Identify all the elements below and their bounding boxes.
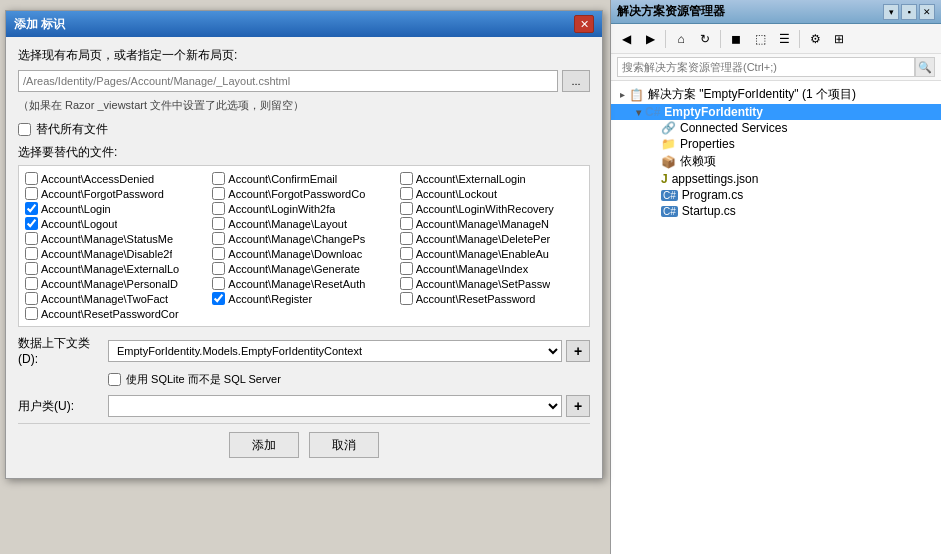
dialog-body: 选择现有布局页，或者指定一个新布局页: ... （如果在 Razor _view… <box>6 37 602 478</box>
file-checkbox[interactable] <box>25 292 38 305</box>
file-checkbox[interactable] <box>212 172 225 185</box>
file-checkbox[interactable] <box>212 262 225 275</box>
file-checkbox[interactable] <box>400 277 413 290</box>
file-checkbox[interactable] <box>400 187 413 200</box>
user-class-plus-button[interactable]: + <box>566 395 590 417</box>
nav3-icon[interactable]: ☰ <box>773 28 795 50</box>
file-checkbox[interactable] <box>212 232 225 245</box>
file-checkbox[interactable] <box>400 232 413 245</box>
file-item: Account\Lockout <box>400 187 583 200</box>
file-checkbox[interactable] <box>25 247 38 260</box>
file-label: Account\Manage\ManageN <box>416 218 549 230</box>
user-class-select[interactable] <box>108 395 562 417</box>
file-checkbox[interactable] <box>400 262 413 275</box>
file-item: Account\ConfirmEmail <box>212 172 395 185</box>
tree-item[interactable]: 🔗Connected Services <box>611 120 941 136</box>
settings-icon[interactable]: ⚙ <box>804 28 826 50</box>
add-button[interactable]: 添加 <box>229 432 299 458</box>
tree-expander-icon: ▾ <box>631 107 645 118</box>
file-checkbox[interactable] <box>25 277 38 290</box>
file-checkbox[interactable] <box>212 247 225 260</box>
file-checkbox[interactable] <box>25 307 38 320</box>
cs-icon: C# <box>661 188 678 202</box>
tree-item[interactable]: C#Program.cs <box>611 187 941 203</box>
back-icon[interactable]: ◀ <box>615 28 637 50</box>
file-checkbox[interactable] <box>212 202 225 215</box>
tree-item[interactable]: 📁Properties <box>611 136 941 152</box>
file-checkbox[interactable] <box>212 277 225 290</box>
dialog-overlay: 添加 标识 ✕ 选择现有布局页，或者指定一个新布局页: ... （如果在 Raz… <box>0 0 610 554</box>
file-item: Account\LoginWithRecovery <box>400 202 583 215</box>
file-label: Account\Manage\Downloac <box>228 248 362 260</box>
home-icon[interactable]: ⌂ <box>670 28 692 50</box>
hint-text: （如果在 Razor _viewstart 文件中设置了此选项，则留空） <box>18 98 590 113</box>
file-item: Account\AccessDenied <box>25 172 208 185</box>
file-label: Account\Manage\Layout <box>228 218 347 230</box>
browse-button[interactable]: ... <box>562 70 590 92</box>
file-label: Account\Manage\DeletePer <box>416 233 551 245</box>
cancel-button[interactable]: 取消 <box>309 432 379 458</box>
dialog-close-button[interactable]: ✕ <box>574 15 594 33</box>
search-bar: 🔍 <box>611 54 941 81</box>
pin-button[interactable]: ▾ <box>883 4 899 20</box>
user-class-label: 用户类(U): <box>18 398 108 415</box>
db-context-select[interactable]: EmptyForIdentity.Models.EmptyForIdentity… <box>108 340 562 362</box>
tree-item[interactable]: Jappsettings.json <box>611 171 941 187</box>
file-checkbox[interactable] <box>400 202 413 215</box>
file-checkbox[interactable] <box>400 172 413 185</box>
layout-path-input[interactable] <box>18 70 558 92</box>
nav2-icon[interactable]: ⬚ <box>749 28 771 50</box>
float-button[interactable]: ▪ <box>901 4 917 20</box>
tree-item-label: appsettings.json <box>672 172 759 186</box>
sqlite-checkbox[interactable] <box>108 373 121 386</box>
forward-icon[interactable]: ▶ <box>639 28 661 50</box>
tree-item[interactable]: ▾C#EmptyForIdentity <box>611 104 941 120</box>
file-item: Account\ResetPassword <box>400 292 583 305</box>
json-icon: J <box>661 172 668 186</box>
file-checkbox[interactable] <box>400 247 413 260</box>
file-label: Account\ResetPassword <box>416 293 536 305</box>
file-label: Account\Manage\Generate <box>228 263 359 275</box>
files-grid: Account\AccessDeniedAccount\ConfirmEmail… <box>18 165 590 327</box>
replace-all-checkbox[interactable] <box>18 123 31 136</box>
file-checkbox[interactable] <box>400 292 413 305</box>
close-button[interactable]: ✕ <box>919 4 935 20</box>
file-checkbox[interactable] <box>212 292 225 305</box>
tree-item[interactable]: ▸📋解决方案 "EmptyForIdentity" (1 个项目) <box>611 85 941 104</box>
file-label: Account\Register <box>228 293 312 305</box>
file-label: Account\LoginWithRecovery <box>416 203 554 215</box>
sync-icon[interactable]: ↻ <box>694 28 716 50</box>
panel-controls: ▾ ▪ ✕ <box>883 4 935 20</box>
file-label: Account\ResetPasswordCor <box>41 308 179 320</box>
search-input[interactable] <box>617 57 915 77</box>
file-checkbox[interactable] <box>25 217 38 230</box>
file-label: Account\ForgotPassword <box>41 188 164 200</box>
nav1-icon[interactable]: ◼ <box>725 28 747 50</box>
expand-icon[interactable]: ⊞ <box>828 28 850 50</box>
file-item: Account\Manage\SetPassw <box>400 277 583 290</box>
file-checkbox[interactable] <box>25 172 38 185</box>
sqlite-row: 使用 SQLite 而不是 SQL Server <box>108 372 590 387</box>
file-checkbox[interactable] <box>400 217 413 230</box>
file-label: Account\Manage\StatusMe <box>41 233 173 245</box>
db-context-plus-button[interactable]: + <box>566 340 590 362</box>
file-item: Account\Login <box>25 202 208 215</box>
file-checkbox[interactable] <box>25 202 38 215</box>
search-icon[interactable]: 🔍 <box>915 57 935 77</box>
file-label: Account\LoginWith2fa <box>228 203 335 215</box>
file-item: Account\ForgotPasswordCo <box>212 187 395 200</box>
file-checkbox[interactable] <box>212 217 225 230</box>
tree-item[interactable]: 📦依赖项 <box>611 152 941 171</box>
sqlite-label: 使用 SQLite 而不是 SQL Server <box>126 372 281 387</box>
file-checkbox[interactable] <box>25 187 38 200</box>
file-checkbox[interactable] <box>212 187 225 200</box>
file-item: Account\ExternalLogin <box>400 172 583 185</box>
file-label: Account\Logout <box>41 218 117 230</box>
db-context-label: 数据上下文类(D): <box>18 335 108 366</box>
file-checkbox[interactable] <box>25 262 38 275</box>
tree-item[interactable]: C#Startup.cs <box>611 203 941 219</box>
tree-expander-icon: ▸ <box>615 89 629 100</box>
file-item: Account\Manage\Downloac <box>212 247 395 260</box>
connected-icon: 🔗 <box>661 121 676 135</box>
file-checkbox[interactable] <box>25 232 38 245</box>
